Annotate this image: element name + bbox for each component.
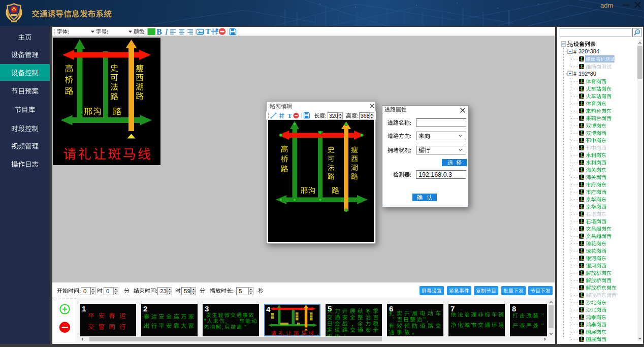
svg-text:#: # (573, 71, 576, 77)
svg-text:T: T (206, 27, 211, 36)
svg-text:I: I (165, 27, 168, 36)
svg-text:T: T (287, 112, 292, 119)
svg-text:3: 3 (637, 30, 639, 34)
svg-text:#: # (573, 49, 576, 55)
svg-text:B: B (156, 27, 162, 36)
